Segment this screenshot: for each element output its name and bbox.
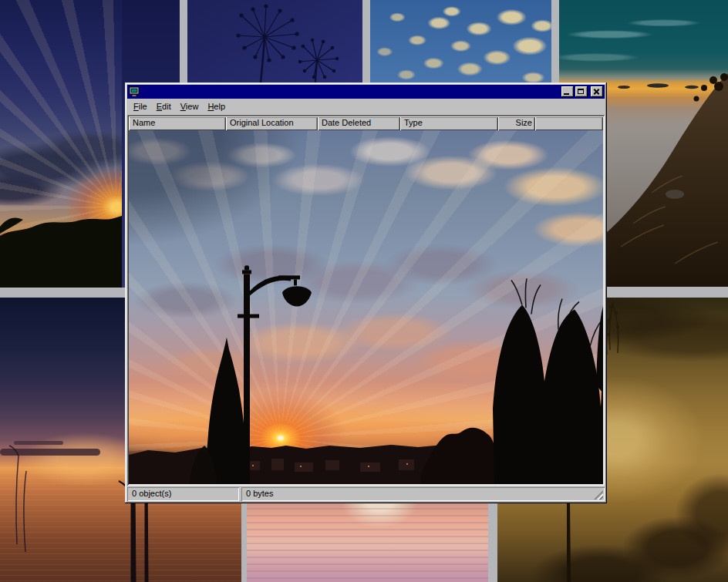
wallpaper-photo-sunset-rays [0, 0, 122, 288]
title-bar[interactable] [127, 85, 605, 99]
menu-view[interactable]: View [176, 100, 204, 113]
status-bar: 0 object(s) 0 bytes [127, 487, 605, 501]
column-header-date-deleted[interactable]: Date Deleted [318, 116, 400, 130]
menu-edit[interactable]: Edit [152, 100, 176, 113]
maximize-icon [578, 89, 584, 94]
column-header-row: Name Original Location Date Deleted Type… [129, 116, 603, 130]
minimize-button[interactable] [561, 86, 574, 97]
status-size: 0 bytes [241, 487, 605, 501]
column-header-type[interactable]: Type [400, 116, 498, 130]
computer-icon [129, 86, 140, 97]
column-header-size[interactable]: Size [498, 116, 535, 130]
menu-help[interactable]: Help [203, 100, 230, 113]
treeline-silhouette [0, 0, 122, 288]
close-button[interactable] [591, 86, 603, 97]
list-view-area-sunset-photo[interactable] [129, 130, 603, 484]
minimize-icon [564, 93, 569, 95]
resize-grip[interactable] [594, 490, 603, 500]
desktop: { "colors": { "titlebar": "#000080", "wi… [0, 0, 728, 582]
sunset-silhouettes [129, 130, 603, 484]
menu-bar: File Edit View Help [127, 99, 605, 115]
column-header-empty[interactable] [535, 116, 603, 130]
status-object-count: 0 object(s) [127, 487, 239, 501]
maximize-button[interactable] [575, 86, 588, 97]
list-view-client: Name Original Location Date Deleted Type… [127, 115, 605, 486]
column-header-original-location[interactable]: Original Location [226, 116, 318, 130]
menu-file[interactable]: File [129, 100, 152, 113]
recycle-bin-window: File Edit View Help Name Original Locati… [125, 82, 607, 503]
column-header-name[interactable]: Name [129, 116, 226, 130]
